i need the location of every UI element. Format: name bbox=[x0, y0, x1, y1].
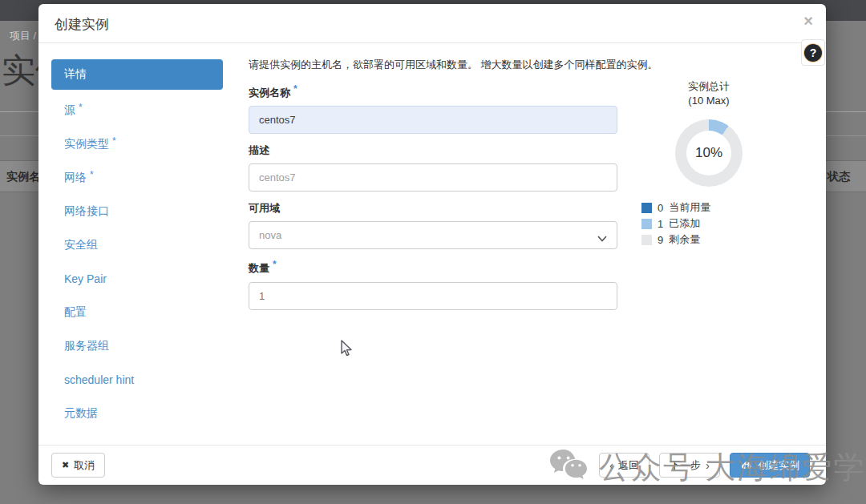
breadcrumb: 项目 / bbox=[10, 29, 36, 43]
chevron-right-icon: › bbox=[706, 459, 710, 471]
availability-zone-select[interactable]: nova bbox=[249, 221, 617, 249]
count-label: 数量* bbox=[249, 259, 617, 276]
modal-footer: ✖ 取消 ‹ 返回 下一步 › 创建实例 bbox=[38, 445, 826, 485]
legend-swatch bbox=[641, 219, 652, 229]
wizard-steps: 详情 源* 实例类型* 网络* 网络接口 安全组 Key Pair 配置 服务器… bbox=[51, 59, 223, 430]
instance-name-label: 实例名称* bbox=[249, 83, 617, 100]
close-icon[interactable]: × bbox=[803, 12, 813, 30]
legend-item-added: 1 已添加 bbox=[641, 216, 806, 232]
help-button[interactable]: ? bbox=[801, 39, 825, 66]
step-source[interactable]: 源* bbox=[51, 94, 223, 127]
step-details[interactable]: 详情 bbox=[51, 59, 223, 90]
description-input[interactable] bbox=[249, 163, 617, 192]
chevron-down-icon bbox=[597, 232, 607, 244]
step-security-groups[interactable]: 安全组 bbox=[51, 228, 223, 262]
table-col-status: 状态 bbox=[828, 170, 850, 184]
modal-title: 创建实例 bbox=[55, 15, 109, 34]
step-configuration[interactable]: 配置 bbox=[51, 296, 223, 329]
count-input[interactable] bbox=[249, 282, 617, 310]
quota-percent: 10% bbox=[675, 145, 743, 161]
screen: 项目 / 实例 实例名 状态 创建实例 × ? 详情 源* 实例类型* 网络* … bbox=[0, 0, 866, 504]
form-intro-text: 请提供实例的主机名，欲部署的可用区域和数量。 增大数量以创建多个同样配置的实例。 bbox=[249, 58, 617, 72]
description-label: 描述 bbox=[249, 143, 617, 158]
cancel-button[interactable]: ✖ 取消 bbox=[51, 453, 105, 478]
legend-item-current: 0 当前用量 bbox=[641, 200, 806, 216]
step-server-groups[interactable]: 服务器组 bbox=[51, 329, 223, 363]
legend-swatch bbox=[641, 235, 652, 245]
x-icon: ✖ bbox=[62, 460, 69, 470]
create-instance-modal: 创建实例 × ? 详情 源* 实例类型* 网络* 网络接口 安全组 Key Pa… bbox=[38, 4, 826, 485]
modal-body: 详情 源* 实例类型* 网络* 网络接口 安全组 Key Pair 配置 服务器… bbox=[38, 43, 826, 445]
modal-header: 创建实例 × bbox=[38, 4, 826, 43]
launch-instance-button[interactable]: 创建实例 bbox=[730, 453, 810, 478]
quota-subtitle: (10 Max) bbox=[649, 94, 769, 108]
availability-zone-label: 可用域 bbox=[249, 201, 617, 216]
table-col-instance-name: 实例名 bbox=[6, 170, 40, 184]
step-networks[interactable]: 网络* bbox=[51, 161, 223, 195]
next-button[interactable]: 下一步 › bbox=[659, 453, 720, 478]
step-metadata[interactable]: 元数据 bbox=[51, 397, 223, 430]
step-ports[interactable]: 网络接口 bbox=[51, 195, 223, 228]
quota-panel: 实例总计 (10 Max) 10% 0 当前用量 1 已添加 bbox=[637, 79, 806, 248]
instance-name-input[interactable] bbox=[249, 106, 617, 134]
step-flavor[interactable]: 实例类型* bbox=[51, 127, 223, 161]
back-button[interactable]: ‹ 返回 bbox=[599, 453, 650, 478]
quota-title: 实例总计 bbox=[649, 79, 769, 94]
quota-donut-chart: 10% bbox=[675, 119, 743, 187]
legend-item-remaining: 9 剩余量 bbox=[641, 232, 806, 248]
question-mark-icon: ? bbox=[804, 44, 822, 62]
details-form: 请提供实例的主机名，欲部署的可用区域和数量。 增大数量以创建多个同样配置的实例。… bbox=[249, 58, 617, 310]
step-key-pair[interactable]: Key Pair bbox=[51, 262, 223, 296]
legend-swatch bbox=[641, 203, 652, 213]
quota-legend: 0 当前用量 1 已添加 9 剩余量 bbox=[641, 200, 806, 248]
cloud-upload-icon bbox=[740, 461, 753, 470]
step-scheduler-hint[interactable]: scheduler hint bbox=[51, 363, 223, 397]
chevron-left-icon: ‹ bbox=[609, 459, 613, 471]
